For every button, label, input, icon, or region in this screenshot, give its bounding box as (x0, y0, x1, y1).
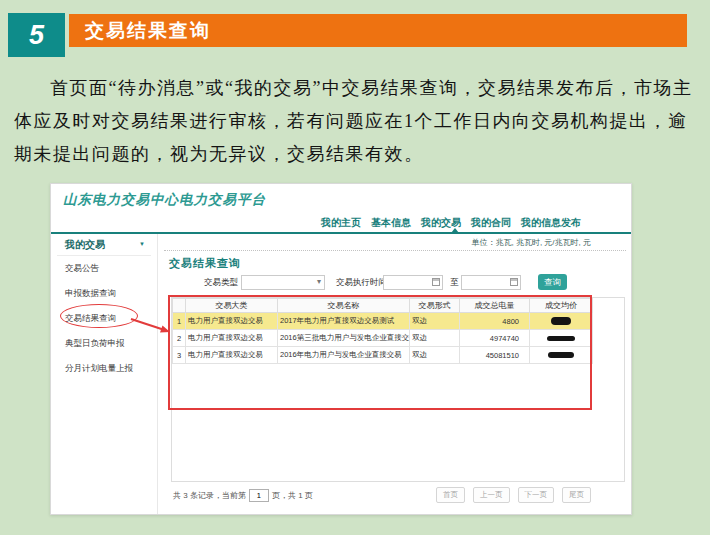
nav-item-my-trades[interactable]: 我的交易 (421, 216, 461, 229)
first-page-button[interactable]: 首页 (436, 487, 465, 503)
nav-item-my-info[interactable]: 我的信息发布 (521, 216, 581, 229)
sidebar-item-trade-result-query[interactable]: 交易结果查询 (51, 306, 157, 331)
next-page-button[interactable]: 下一页 (518, 487, 555, 503)
slide: 5 交易结果查询 首页面“待办消息”或“我的交易”中交易结果查询，交易结果发布后… (0, 0, 710, 535)
redaction-mark (547, 336, 575, 341)
slide-title-bar: 交易结果查询 (69, 14, 687, 47)
prev-page-button[interactable]: 上一页 (473, 487, 510, 503)
table-header-row: 交易大类 交易名称 交易形式 成交总电量 成交均价 (173, 299, 593, 313)
slide-number-box: 5 (8, 13, 65, 57)
nav-item-basic-info[interactable]: 基本信息 (371, 216, 411, 229)
calendar-icon[interactable] (510, 278, 518, 286)
caret-down-icon: ▼ (139, 234, 145, 255)
platform-title: 山东电力交易中心电力交易平台 (63, 191, 266, 209)
table-row[interactable]: 3 电力用户直接双边交易 2016年电力用户与发电企业直接交易 双边 45081… (173, 347, 593, 364)
content-dotted-divider (164, 250, 626, 251)
app-screenshot-panel: 山东电力交易中心电力交易平台 我的主页 基本信息 我的交易 我的合同 我的信息发… (50, 183, 632, 515)
redaction-mark (548, 352, 574, 358)
query-button[interactable]: 查询 (538, 274, 567, 290)
sidebar-item-declared-data-query[interactable]: 申报数据查询 (51, 281, 157, 306)
pagination-buttons: 首页 上一页 下一页 尾页 (436, 487, 591, 503)
pagination-summary: 共 3 条记录，当前第 页，共 1 页 (173, 489, 313, 502)
table-row[interactable]: 2 电力用户直接双边交易 2016第三批电力用户与发电企业直接交易 双边 497… (173, 330, 593, 347)
trade-name-link[interactable]: 2017年电力用户直接双边交易测试 (278, 313, 410, 330)
top-nav: 我的主页 基本信息 我的交易 我的合同 我的信息发布 (321, 216, 581, 229)
col-header-volume: 成交总电量 (460, 299, 530, 313)
nav-item-my-contracts[interactable]: 我的合同 (471, 216, 511, 229)
col-header-form: 交易形式 (410, 299, 460, 313)
last-page-button[interactable]: 尾页 (562, 487, 591, 503)
sidebar-item-typical-day-load[interactable]: 典型日负荷申报 (51, 331, 157, 356)
sidebar-item-trade-announcement[interactable]: 交易公告 (51, 256, 157, 281)
nav-item-home[interactable]: 我的主页 (321, 216, 361, 229)
query-form: 交易类型： ▾ 交易执行时间： 至 查询 (171, 274, 625, 292)
to-label: 至 (450, 274, 459, 290)
col-header-category: 交易大类 (186, 299, 278, 313)
slide-title: 交易结果查询 (85, 18, 211, 44)
unit-note: 单位：兆瓦, 兆瓦时, 元/兆瓦时, 元 (471, 237, 591, 248)
table-row[interactable]: 1 电力用户直接双边交易 2017年电力用户直接双边交易测试 双边 4800 (173, 313, 593, 330)
sidebar: 我的交易 ▼ 交易公告 申报数据查询 交易结果查询 典型日负荷申报 分月计划电量… (51, 234, 158, 514)
trade-name-link[interactable]: 2016年电力用户与发电企业直接交易 (278, 347, 410, 364)
results-container: 交易大类 交易名称 交易形式 成交总电量 成交均价 1 电力用户直接双边交易 2… (171, 297, 625, 482)
slide-number: 5 (29, 20, 44, 51)
sidebar-item-monthly-plan-upload[interactable]: 分月计划电量上报 (51, 356, 157, 381)
page-number-input[interactable] (249, 489, 269, 502)
exec-time-end-input[interactable] (461, 275, 521, 290)
col-header-name: 交易名称 (278, 299, 410, 313)
trade-type-select[interactable]: ▾ (241, 275, 325, 290)
content-title: 交易结果查询 (169, 256, 241, 271)
calendar-icon[interactable] (432, 278, 440, 286)
results-table: 交易大类 交易名称 交易形式 成交总电量 成交均价 1 电力用户直接双边交易 2… (172, 298, 593, 364)
trade-name-link[interactable]: 2016第三批电力用户与发电企业直接交易 (278, 330, 410, 347)
redaction-mark (551, 317, 571, 325)
sidebar-header-my-trades[interactable]: 我的交易 ▼ (51, 234, 157, 255)
col-header-index (173, 299, 186, 313)
pagination-bar: 共 3 条记录，当前第 页，共 1 页 首页 上一页 下一页 尾页 (173, 487, 591, 503)
chevron-down-icon: ▾ (317, 277, 321, 286)
exec-time-start-input[interactable] (383, 275, 443, 290)
slide-body-text: 首页面“待办消息”或“我的交易”中交易结果查询，交易结果发布后，市场主体应及时对… (14, 72, 698, 170)
col-header-price: 成交均价 (530, 299, 593, 313)
